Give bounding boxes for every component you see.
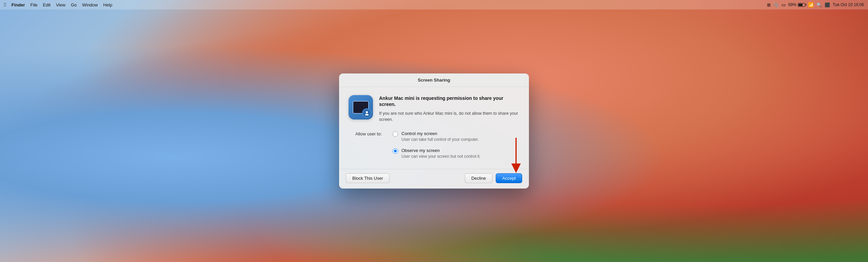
apple-logo-icon[interactable]:  (4, 2, 6, 8)
dialog-text-section: Ankur Mac mini is requesting permission … (379, 95, 519, 123)
radio-control-screen[interactable] (393, 131, 398, 137)
option-control-desc: User can take full control of your compu… (401, 137, 479, 143)
svg-point-1 (365, 114, 369, 115)
battery-icon (798, 3, 805, 7)
dialog-titlebar: Screen Sharing (339, 73, 529, 87)
radio-observe-selected-dot (394, 150, 397, 152)
search-icon[interactable]: 🔍 (816, 2, 822, 7)
option-observe-text: Observe my screen User can view your scr… (401, 148, 480, 159)
block-user-button[interactable]: Block This User (346, 173, 390, 183)
menubar-left:  Finder File Edit View Go Window Help (4, 2, 112, 8)
svg-point-0 (366, 111, 368, 113)
wifi-icon[interactable]: 📶 (808, 2, 814, 7)
menubar-window[interactable]: Window (82, 2, 98, 7)
option-control-text: Control my screen User can take full con… (401, 131, 479, 143)
dialog-top-section: Ankur Mac mini is requesting permission … (349, 95, 519, 123)
option-observe-label: Observe my screen (401, 148, 480, 153)
menubar-finder[interactable]: Finder (12, 2, 25, 7)
attachment-icon[interactable]: 📎 (773, 2, 779, 7)
battery-container: 69% (788, 2, 805, 7)
dialog-heading: Ankur Mac mini is requesting permission … (379, 95, 519, 107)
dialog-overlay: Screen Sharing (0, 0, 868, 262)
dialog-right-buttons: Decline Accept (465, 173, 522, 183)
radio-observe-screen[interactable] (393, 148, 398, 154)
menubar-go[interactable]: Go (71, 2, 77, 7)
cast-icon[interactable]: ⬛ (825, 2, 830, 7)
block-button-container: Block This User (346, 173, 390, 183)
menubar-datetime: Tue Oct 10 16:06 (833, 2, 864, 7)
accept-button[interactable]: Accept (496, 173, 522, 183)
menubar-right: ⊞ 📎 ▭ 69% 📶 🔍 ⬛ Tue Oct 10 16:06 (767, 2, 864, 7)
control-center-icon[interactable]: ⊞ (767, 2, 771, 7)
screen-sharing-dialog: Screen Sharing (339, 73, 529, 188)
option-control-label: Control my screen (401, 131, 479, 136)
dialog-buttons: Block This User Decline Accept (339, 169, 529, 189)
option-observe-group: Observe my screen User can view your scr… (393, 148, 480, 159)
battery-percent: 69% (788, 2, 796, 7)
options-area: Allow user to: Control my screen User ca… (349, 131, 519, 159)
screen-icon-user (362, 108, 372, 118)
menubar-help[interactable]: Help (103, 2, 112, 7)
screen-sharing-app-icon (349, 95, 373, 119)
allow-user-label: Allow user to: (355, 131, 386, 136)
display-icon[interactable]: ▭ (782, 2, 786, 7)
option-control-group: Control my screen User can take full con… (393, 131, 479, 143)
option-observe-desc: User can view your screen but not contro… (401, 154, 480, 159)
menubar-file[interactable]: File (31, 2, 38, 7)
decline-button[interactable]: Decline (465, 173, 492, 183)
dialog-content: Ankur Mac mini is requesting permission … (339, 87, 529, 169)
menubar-edit[interactable]: Edit (43, 2, 51, 7)
menubar-view[interactable]: View (56, 2, 65, 7)
dialog-title: Screen Sharing (418, 78, 450, 83)
dialog-description: If you are not sure who Ankur Mac mini i… (379, 110, 519, 123)
battery-fill (798, 4, 803, 6)
menubar:  Finder File Edit View Go Window Help ⊞… (0, 0, 868, 9)
